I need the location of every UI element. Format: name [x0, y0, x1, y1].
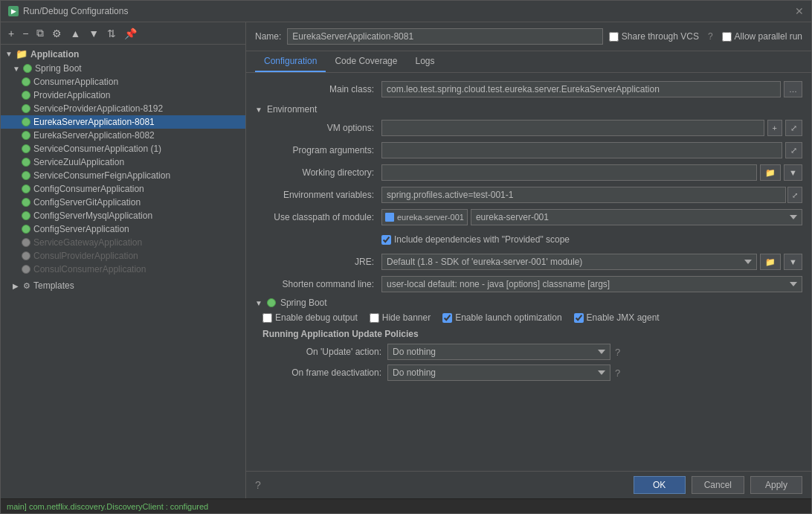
shorten-cmd-label: Shorten command line:: [255, 279, 381, 289]
environment-collapse-arrow[interactable]: ▼: [255, 106, 262, 114]
enable-debug-text: Enable debug output: [275, 312, 358, 323]
tree-item-feign[interactable]: ServiceConsumerFeignApplication: [1, 169, 245, 182]
update-policies-label: Running Application Update Policies: [262, 329, 802, 339]
enable-debug-checkbox[interactable]: [262, 313, 272, 323]
enable-launch-label[interactable]: Enable launch optimization: [442, 312, 561, 323]
include-deps-label[interactable]: Include dependencies with "Provided" sco…: [381, 234, 570, 245]
apply-button[interactable]: Apply: [750, 476, 802, 494]
templates-group[interactable]: ▶ ⚙ Templates: [1, 279, 245, 292]
share-help-icon[interactable]: ?: [708, 31, 713, 42]
jre-expand-button[interactable]: ▼: [784, 254, 802, 270]
help-button[interactable]: ?: [255, 479, 261, 491]
allow-parallel-checkbox[interactable]: [722, 32, 732, 42]
tree-item-provider-app[interactable]: ProviderApplication: [1, 89, 245, 102]
env-vars-row: Environment variables: ⤢: [255, 186, 802, 204]
tree-item-gateway[interactable]: ServiceGatewayApplication: [1, 236, 245, 249]
vm-options-text: VM options:: [327, 123, 374, 133]
program-args-input-group: ⤢: [381, 142, 802, 158]
add-config-button[interactable]: +: [5, 26, 17, 41]
bottom-left: ?: [255, 479, 628, 491]
tab-logs[interactable]: Logs: [406, 51, 443, 72]
tree-item-service-consumer-1[interactable]: ServiceConsumerApplication (1): [1, 142, 245, 155]
app-icon: [22, 91, 30, 100]
vm-fullscreen-button[interactable]: ⤢: [785, 120, 802, 136]
settings-button[interactable]: ⚙: [49, 26, 65, 41]
copy-config-button[interactable]: ⧉: [33, 25, 47, 41]
tree-item-zuul[interactable]: ServiceZuulApplication: [1, 155, 245, 169]
main-class-row: Main class: …: [255, 80, 802, 98]
on-frame-help-icon[interactable]: ?: [615, 367, 620, 379]
tree-item-eureka-8081[interactable]: EurekaServerApplication-8081: [1, 115, 245, 129]
application-group-label: Application: [30, 49, 79, 60]
group-arrow-application: ▼: [5, 50, 13, 58]
classpath-select[interactable]: eureka-server-001: [471, 209, 802, 225]
remove-config-button[interactable]: −: [19, 26, 31, 41]
share-vcs-text: Share through VCS: [622, 31, 699, 42]
cancel-button[interactable]: Cancel: [692, 476, 744, 494]
on-update-row: On 'Update' action: Do nothing Update re…: [262, 344, 802, 360]
move-down-button[interactable]: ▼: [86, 26, 102, 41]
tree-item-consul-consumer[interactable]: ConsulConsumerApplication: [1, 263, 245, 276]
tree-item-eureka-8082[interactable]: EurekaServerApplication-8082: [1, 129, 245, 142]
program-args-input[interactable]: [381, 142, 782, 158]
spring-boot-group[interactable]: ▼ Spring Boot: [1, 62, 245, 75]
hide-banner-label[interactable]: Hide banner: [370, 312, 431, 323]
application-group[interactable]: ▼ 📁 Application: [1, 46, 245, 62]
env-vars-expand-button[interactable]: ⤢: [787, 187, 802, 203]
tree-item-config-consumer[interactable]: ConfigConsumerApplication: [1, 182, 245, 196]
name-input[interactable]: [287, 28, 603, 45]
main-class-browse-button[interactable]: …: [784, 81, 802, 97]
env-vars-input[interactable]: [381, 187, 786, 203]
tab-code-coverage[interactable]: Code Coverage: [326, 51, 406, 72]
working-dir-input-group: 📁 ▼: [381, 164, 802, 181]
on-update-help-icon[interactable]: ?: [615, 347, 620, 358]
jre-select[interactable]: Default (1.8 - SDK of 'eureka-server-001…: [381, 254, 757, 270]
include-deps-text: Include dependencies with "Provided" sco…: [394, 234, 570, 245]
share-vcs-label[interactable]: Share through VCS: [609, 31, 699, 42]
working-dir-browse-button[interactable]: 📁: [760, 164, 781, 181]
enable-jmx-checkbox[interactable]: [574, 313, 584, 323]
spring-boot-arrow: ▼: [13, 65, 20, 73]
share-vcs-checkbox[interactable]: [609, 32, 619, 42]
tree-item-consumer-app[interactable]: ConsumerApplication: [1, 75, 245, 89]
sort-button[interactable]: ⇅: [104, 26, 119, 41]
on-frame-select[interactable]: Do nothing Update resources Update class…: [387, 364, 610, 381]
tab-configuration[interactable]: Configuration: [255, 51, 326, 72]
pin-button[interactable]: 📌: [121, 26, 140, 41]
shorten-cmd-select[interactable]: user-local default: none - java [options…: [381, 276, 802, 292]
title-bar: ▶ Run/Debug Configurations ✕: [1, 1, 811, 22]
enable-jmx-label[interactable]: Enable JMX agent: [574, 312, 660, 323]
jre-browse-button[interactable]: 📁: [760, 254, 781, 270]
tree-item-config-mysql[interactable]: ConfigServerMysqlApplication: [1, 209, 245, 222]
app-icon: [22, 184, 30, 193]
on-update-select[interactable]: Do nothing Update resources Update class…: [387, 344, 610, 360]
hide-banner-checkbox[interactable]: [370, 313, 379, 323]
vm-options-input[interactable]: [381, 120, 764, 136]
program-args-expand-button[interactable]: ⤢: [785, 142, 802, 158]
ok-button[interactable]: OK: [634, 476, 686, 494]
working-dir-var-button[interactable]: ▼: [784, 164, 802, 181]
include-deps-checkbox[interactable]: [381, 235, 391, 245]
tree-item-service-provider-8192[interactable]: ServiceProviderApplication-8192: [1, 102, 245, 115]
program-args-label: Program arguments:: [255, 145, 381, 155]
allow-parallel-label[interactable]: Allow parallel run: [722, 31, 802, 42]
move-up-button[interactable]: ▲: [67, 26, 83, 41]
close-icon[interactable]: ✕: [795, 5, 804, 17]
app-name: ConsulConsumerApplication: [33, 264, 146, 274]
app-icon: [22, 118, 30, 126]
working-dir-input[interactable]: [381, 164, 757, 181]
tree-item-config-git[interactable]: ConfigServerGitApplication: [1, 196, 245, 209]
tree-item-consul-provider[interactable]: ConsulProviderApplication: [1, 249, 245, 263]
app-name: EurekaServerApplication-8082: [33, 130, 155, 141]
main-class-input[interactable]: [381, 81, 781, 97]
templates-arrow: ▶: [13, 282, 20, 290]
vm-expand-button[interactable]: +: [767, 120, 782, 136]
app-icon-disabled: [22, 265, 30, 274]
allow-parallel-text: Allow parallel run: [735, 31, 802, 42]
enable-launch-checkbox[interactable]: [442, 313, 452, 323]
app-name: ServiceConsumerApplication (1): [33, 144, 161, 154]
tree-item-config-server[interactable]: ConfigServerApplication: [1, 222, 245, 236]
enable-debug-label[interactable]: Enable debug output: [262, 312, 358, 323]
spring-boot-collapse-arrow[interactable]: ▼: [255, 299, 262, 307]
module-icon: [385, 213, 394, 222]
